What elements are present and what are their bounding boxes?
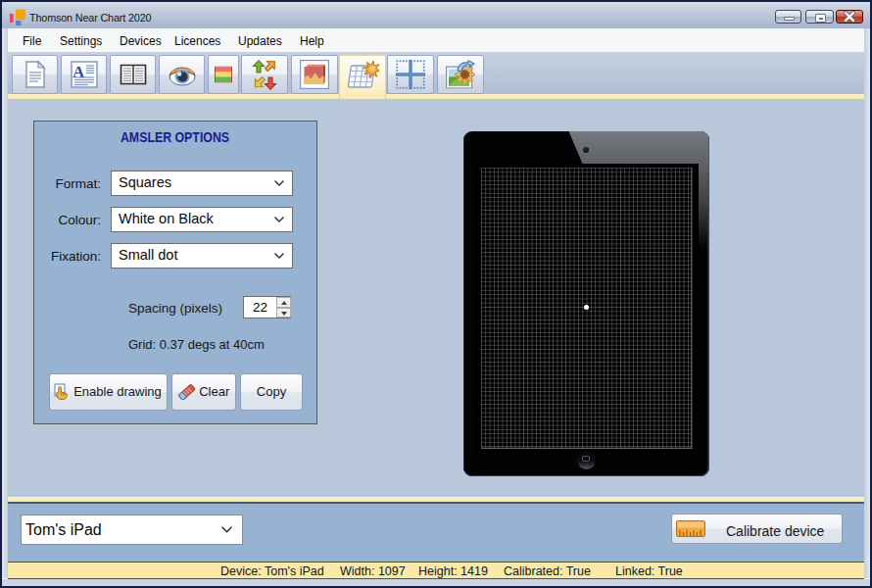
- svg-text:A: A: [73, 62, 85, 80]
